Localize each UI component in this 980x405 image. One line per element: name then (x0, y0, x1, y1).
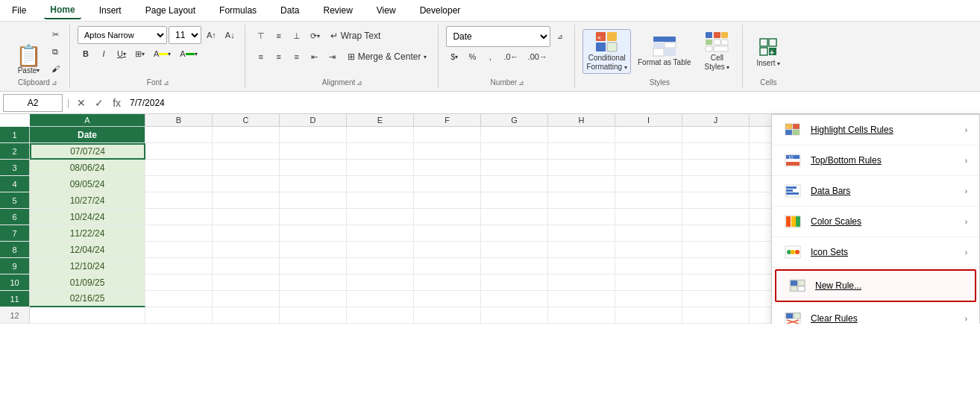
cell-B3[interactable] (145, 160, 213, 176)
cell-F2[interactable] (414, 143, 481, 160)
cell-H11[interactable] (548, 291, 615, 307)
cell-D4[interactable] (280, 176, 347, 192)
cell-G8[interactable] (481, 242, 548, 258)
cell-E5[interactable] (347, 192, 414, 209)
cell-B6[interactable] (145, 209, 213, 225)
cell-I12[interactable] (615, 307, 682, 324)
cell-G2[interactable] (481, 143, 548, 160)
cell-J11[interactable] (682, 291, 750, 307)
insert-function-button[interactable]: fx (110, 97, 124, 109)
menu-data[interactable]: Data (274, 2, 305, 19)
cell-H9[interactable] (548, 258, 615, 274)
percent-button[interactable]: % (464, 48, 480, 65)
cell-D2[interactable] (280, 143, 347, 160)
cell-E4[interactable] (347, 176, 414, 192)
cell-E3[interactable] (347, 160, 414, 176)
col-header-I[interactable]: I (615, 114, 682, 126)
cell-B8[interactable] (145, 242, 213, 258)
cell-A3[interactable]: 08/06/24 (30, 160, 145, 176)
cell-D6[interactable] (280, 209, 347, 225)
col-header-A[interactable]: A (30, 114, 145, 126)
paste-button[interactable]: 📋 Paste ▾ (12, 43, 45, 77)
cell-A9[interactable]: 12/10/24 (30, 258, 145, 274)
cell-C5[interactable] (213, 192, 280, 209)
cell-H5[interactable] (548, 192, 615, 209)
align-center-button[interactable]: ≡ (271, 48, 287, 65)
cell-D5[interactable] (280, 192, 347, 209)
cell-J8[interactable] (682, 242, 750, 258)
comma-button[interactable]: , (482, 48, 498, 65)
cell-C2[interactable] (213, 143, 280, 160)
cf-top-bottom-rules-item[interactable]: 10 Top/Bottom Rules › (772, 145, 979, 176)
confirm-formula-button[interactable]: ✓ (92, 97, 107, 109)
row-header-11[interactable]: 11 (0, 291, 30, 307)
format-painter-button[interactable]: 🖌 (47, 60, 63, 77)
menu-file[interactable]: File (6, 2, 32, 19)
cell-F9[interactable] (414, 258, 481, 274)
cell-A12[interactable] (30, 307, 145, 324)
copy-button[interactable]: ⧉ (47, 43, 63, 60)
cell-D10[interactable] (280, 274, 347, 291)
cell-I4[interactable] (615, 176, 682, 192)
cell-J10[interactable] (682, 274, 750, 291)
cell-A10[interactable]: 01/09/25 (30, 274, 145, 291)
currency-button[interactable]: $▾ (446, 48, 462, 65)
cell-reference-input[interactable] (3, 94, 63, 112)
cell-E8[interactable] (347, 242, 414, 258)
cell-H4[interactable] (548, 176, 615, 192)
number-dialog-button[interactable]: ⊿ (552, 28, 568, 45)
cell-F7[interactable] (414, 225, 481, 242)
cell-G4[interactable] (481, 176, 548, 192)
row-header-8[interactable]: 8 (0, 242, 30, 258)
cell-B7[interactable] (145, 225, 213, 242)
increase-indent-button[interactable]: ⇥ (324, 48, 341, 65)
row-header-4[interactable]: 4 (0, 176, 30, 192)
cf-clear-rules-item[interactable]: Clear Rules › (772, 304, 979, 324)
increase-decimal-button[interactable]: .00→ (524, 48, 551, 65)
cell-A1[interactable]: Date (30, 127, 145, 143)
font-grow-button[interactable]: A↑ (203, 27, 220, 43)
decrease-decimal-button[interactable]: .0← (500, 48, 522, 65)
cell-G1[interactable] (481, 127, 548, 143)
cell-A7[interactable]: 11/22/24 (30, 225, 145, 242)
italic-button[interactable]: I (95, 45, 112, 62)
wrap-text-button[interactable]: ↵ Wrap Text (325, 26, 386, 45)
cell-G3[interactable] (481, 160, 548, 176)
cell-A5[interactable]: 10/27/24 (30, 192, 145, 209)
align-left-button[interactable]: ≡ (253, 48, 269, 65)
cell-G6[interactable] (481, 209, 548, 225)
cell-I7[interactable] (615, 225, 682, 242)
angle-text-button[interactable]: ⟳ ▾ (307, 28, 324, 44)
cell-I6[interactable] (615, 209, 682, 225)
cell-B4[interactable] (145, 176, 213, 192)
cell-E11[interactable] (347, 291, 414, 307)
cell-J1[interactable] (682, 127, 750, 143)
cell-A4[interactable]: 09/05/24 (30, 176, 145, 192)
font-name-select[interactable]: Aptos Narrow (78, 26, 167, 44)
cell-B10[interactable] (145, 274, 213, 291)
cell-J7[interactable] (682, 225, 750, 242)
cf-color-scales-item[interactable]: Color Scales › (772, 207, 979, 237)
cell-I11[interactable] (615, 291, 682, 307)
col-header-B[interactable]: B (145, 114, 213, 126)
cell-F11[interactable] (414, 291, 481, 307)
cell-H8[interactable] (548, 242, 615, 258)
cell-E12[interactable] (347, 307, 414, 324)
cell-G10[interactable] (481, 274, 548, 291)
cell-G9[interactable] (481, 258, 548, 274)
cell-C10[interactable] (213, 274, 280, 291)
col-header-G[interactable]: G (481, 114, 548, 126)
cell-J4[interactable] (682, 176, 750, 192)
decrease-indent-button[interactable]: ⇤ (307, 48, 323, 65)
cell-H2[interactable] (548, 143, 615, 160)
cell-I3[interactable] (615, 160, 682, 176)
row-header-6[interactable]: 6 (0, 209, 30, 225)
cell-I8[interactable] (615, 242, 682, 258)
bold-button[interactable]: B (78, 45, 94, 62)
col-header-F[interactable]: F (414, 114, 481, 126)
cell-H3[interactable] (548, 160, 615, 176)
align-bottom-button[interactable]: ⊥ (289, 28, 305, 44)
cell-B5[interactable] (145, 192, 213, 209)
conditional-formatting-button[interactable]: < ConditionalFormatting ▾ (582, 29, 631, 74)
cell-B9[interactable] (145, 258, 213, 274)
